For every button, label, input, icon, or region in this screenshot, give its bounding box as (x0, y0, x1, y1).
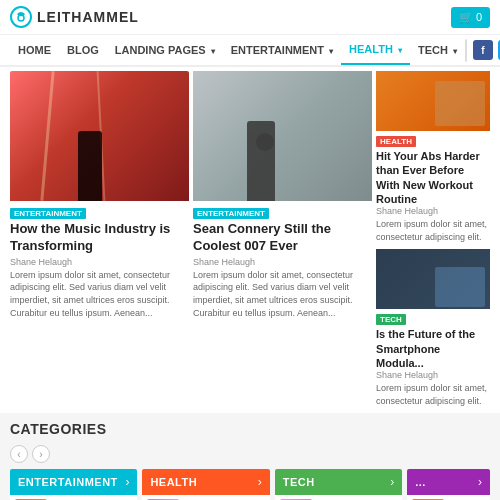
categories-section: CATEGORIES ‹ › ENTERTAINMENT › THESE NEW… (0, 413, 500, 500)
cat-label-extra: ... (415, 476, 426, 488)
logo-text: LEITHAMMEL (37, 9, 139, 25)
cat-arrow-tech: › (390, 475, 394, 489)
cart-button[interactable]: 🛒 0 (451, 7, 490, 28)
category-columns: ENTERTAINMENT › THESE NEW TUNES WILL ROC… (10, 469, 490, 500)
header: LEITHAMMEL 🛒 0 (0, 0, 500, 35)
featured-right-top[interactable]: HEALTH Hit Your Abs Harder than Ever Bef… (376, 71, 490, 245)
cat-item[interactable]: THESE NEW TUNES WILL ROCK THE CLUBS THIS… (10, 495, 137, 500)
nav-entertainment[interactable]: ENTERTAINMENT ▾ (223, 36, 341, 64)
nav-home[interactable]: HOME (10, 36, 59, 64)
cat-item[interactable]: HOW TO CUT THE STRESS FROM YOUR WORKPLAC… (142, 495, 269, 500)
cat-items-tech: HOLLYWOOD'S SEQUEL-TRAIN SHOWS NO SIGNS … (275, 495, 402, 500)
cat-label-entertainment: ENTERTAINMENT (18, 476, 118, 488)
cat-label-health: HEALTH (150, 476, 197, 488)
featured-middle-desc: Lorem ipsum dolor sit amet, consectetur … (193, 269, 372, 319)
featured-middle-tag: ENTERTAINMENT (193, 208, 269, 219)
featured-middle[interactable]: ENTERTAINMENT Sean Connery Still the Coo… (193, 71, 372, 409)
svg-point-0 (11, 7, 31, 27)
chevron-down-icon: ▾ (453, 47, 457, 56)
cat-label-tech: TECH (283, 476, 315, 488)
cat-header-entertainment[interactable]: ENTERTAINMENT › (10, 469, 137, 495)
featured-middle-title: Sean Connery Still the Coolest 007 Ever (193, 221, 372, 255)
cat-arrow-health: › (258, 475, 262, 489)
featured-right-bottom-title: Is the Future of the Smartphone Modula..… (376, 327, 490, 370)
cat-next-button[interactable]: › (32, 445, 50, 463)
featured-right-bottom-image (376, 249, 490, 309)
nav-blog[interactable]: BLOG (59, 36, 107, 64)
search-bar: 🔍 (465, 39, 467, 62)
featured-left-tag: ENTERTAINMENT (10, 208, 86, 219)
featured-right-bottom-author: Shane Helaugh (376, 370, 490, 380)
cat-items-extra: EXTRA HEADLINE MORE CONTENT ITEM THREE (407, 495, 490, 500)
category-tech: TECH › HOLLYWOOD'S SEQUEL-TRAIN SHOWS NO… (275, 469, 402, 500)
cat-item[interactable]: HOLLYWOOD'S SEQUEL-TRAIN SHOWS NO SIGNS … (275, 495, 402, 500)
cat-items-entertainment: THESE NEW TUNES WILL ROCK THE CLUBS THIS… (10, 495, 137, 500)
cart-icon: 🛒 (459, 11, 473, 24)
cat-item[interactable]: EXTRA HEADLINE (407, 495, 490, 500)
featured-right-top-content: HEALTH Hit Your Abs Harder than Ever Bef… (376, 131, 490, 245)
featured-right-top-image (376, 71, 490, 131)
featured-right-bottom-content: TECH Is the Future of the Smartphone Mod… (376, 309, 490, 409)
category-health: HEALTH › HOW TO CUT THE STRESS FROM YOUR… (142, 469, 269, 500)
featured-right-top-tag: HEALTH (376, 136, 416, 147)
social-links: f t (473, 40, 500, 60)
categories-title: CATEGORIES (10, 421, 490, 437)
featured-middle-image (193, 71, 372, 201)
navigation: HOME BLOG LANDING PAGES ▾ ENTERTAINMENT … (0, 35, 500, 67)
category-entertainment: ENTERTAINMENT › THESE NEW TUNES WILL ROC… (10, 469, 137, 500)
chevron-down-icon: ▾ (398, 46, 402, 55)
chevron-down-icon: ▾ (329, 47, 333, 56)
featured-right-top-desc: Lorem ipsum dolor sit amet, consectetur … (376, 218, 490, 243)
featured-left-content: ENTERTAINMENT How the Music Industry is … (10, 201, 189, 319)
cat-header-health[interactable]: HEALTH › (142, 469, 269, 495)
search-input[interactable] (466, 41, 467, 59)
nav-landing-pages[interactable]: LANDING PAGES ▾ (107, 36, 223, 64)
featured-right-top-title: Hit Your Abs Harder than Ever Before Wit… (376, 149, 490, 206)
nav-tech[interactable]: TECH ▾ (410, 36, 465, 64)
featured-right-bottom-tag: TECH (376, 314, 406, 325)
category-nav: ‹ › (10, 445, 490, 463)
featured-left-desc: Lorem ipsum dolor sit amet, consectetur … (10, 269, 189, 319)
logo-icon (10, 6, 32, 28)
featured-middle-author: Shane Helaugh (193, 257, 372, 267)
nav-health[interactable]: HEALTH ▾ (341, 35, 410, 65)
featured-left-author: Shane Helaugh (10, 257, 189, 267)
cat-header-extra[interactable]: ... › (407, 469, 490, 495)
cat-prev-button[interactable]: ‹ (10, 445, 28, 463)
featured-right-bottom-desc: Lorem ipsum dolor sit amet, consectetur … (376, 382, 490, 407)
cat-arrow-extra: › (478, 475, 482, 489)
facebook-icon[interactable]: f (473, 40, 493, 60)
featured-right: HEALTH Hit Your Abs Harder than Ever Bef… (376, 71, 490, 409)
cat-items-health: HOW TO CUT THE STRESS FROM YOUR WORKPLAC… (142, 495, 269, 500)
featured-right-top-author: Shane Helaugh (376, 206, 490, 216)
cart-count: 0 (476, 11, 482, 23)
featured-section: ENTERTAINMENT How the Music Industry is … (0, 67, 500, 413)
cat-header-tech[interactable]: TECH › (275, 469, 402, 495)
logo[interactable]: LEITHAMMEL (10, 6, 139, 28)
featured-left[interactable]: ENTERTAINMENT How the Music Industry is … (10, 71, 189, 409)
chevron-down-icon: ▾ (211, 47, 215, 56)
featured-middle-content: ENTERTAINMENT Sean Connery Still the Coo… (193, 201, 372, 319)
category-extra: ... › EXTRA HEADLINE MORE CONTENT (407, 469, 490, 500)
featured-left-image (10, 71, 189, 201)
featured-right-bottom[interactable]: TECH Is the Future of the Smartphone Mod… (376, 249, 490, 409)
cat-arrow-entertainment: › (125, 475, 129, 489)
featured-left-title: How the Music Industry is Transforming (10, 221, 189, 255)
